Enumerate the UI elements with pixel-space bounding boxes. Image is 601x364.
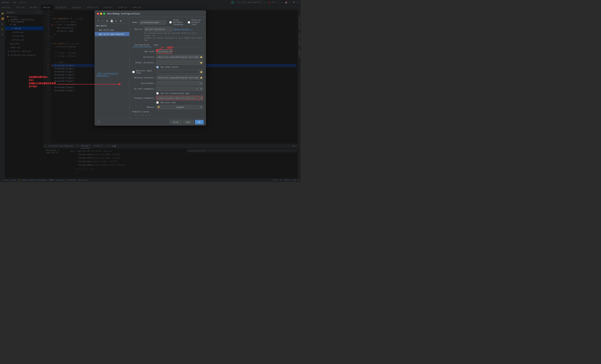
traffic-lights — [97, 13, 105, 15]
environment-expand-btn[interactable]: ⊞ — [200, 81, 203, 85]
program-args-add-btn[interactable]: + — [196, 96, 199, 100]
edit-templates-container: Edit configuration templates... — [95, 71, 129, 78]
sort-config-btn[interactable]: ⇅ — [114, 19, 118, 23]
dialog-body: + − ⧉ 💾 ⇅ ⊞ ▼ Go Build ◆ go build app ◆ — [95, 17, 206, 118]
go-build-label: Go Build — [97, 25, 107, 27]
program-args-expand-btn[interactable]: ⊞ — [200, 96, 203, 100]
use-custom-tags-row: Use all custom build tags — [156, 92, 203, 95]
directory-row: Directory: 📁 — [132, 55, 203, 59]
store-project-label: Store as project file — [191, 19, 203, 26]
go-file-icon: ◆ — [99, 33, 100, 35]
redirect-input-wrapper: 📁 — [158, 70, 203, 74]
go-tool-args-label: Go tool arguments: — [132, 88, 155, 90]
module-select[interactable]: 📦 appName ▼ — [156, 105, 203, 109]
before-launch-down-btn[interactable]: ↓ — [148, 114, 151, 116]
program-args-input-wrapper: + ⊞ — [156, 96, 203, 100]
run-on-value: Local machine — [148, 28, 163, 30]
program-args-label: Program arguments: — [132, 97, 155, 99]
remove-config-btn[interactable]: − — [101, 19, 104, 23]
output-dir-input[interactable] — [156, 60, 200, 65]
go-tool-add-btn[interactable]: + — [196, 87, 199, 91]
module-dropdown-icon: ▼ — [200, 106, 202, 108]
run-with-sudo-label: Run with sudo — [161, 101, 176, 104]
environment-input-wrapper: ⊞ — [156, 81, 203, 85]
manage-targets-link[interactable]: Manage targets... — [173, 28, 193, 30]
edit-templates-link[interactable]: Edit configuration templates... — [96, 72, 118, 77]
ok-btn[interactable]: OK — [195, 120, 204, 124]
working-dir-row: Working directory: 📁 — [132, 76, 203, 80]
close-window-btn[interactable] — [97, 13, 99, 15]
apply-btn[interactable]: Apply — [183, 120, 194, 124]
run-debug-dialog: Run/Debug Configurations + − ⧉ 💾 ⇅ ⊞ ▼ G… — [95, 10, 206, 125]
before-launch-edit-btn[interactable]: ✎ — [141, 114, 144, 116]
name-row: Name: Allow multiple instances Store as … — [132, 19, 203, 26]
run-kind-label: Run kind: — [132, 50, 155, 53]
cancel-btn[interactable]: Cancel — [170, 120, 181, 124]
store-project-container: Store as project file — [188, 19, 203, 26]
working-dir-input[interactable] — [156, 76, 200, 80]
output-dir-row: Output directory: 📁 — [132, 60, 203, 65]
go-tool-args-row: Go tool arguments: + ⊞ — [132, 87, 203, 91]
allow-multiple-container: Allow multiple instances — [169, 19, 186, 26]
run-on-select[interactable]: 🖥 Local machine ▼ — [144, 27, 172, 31]
logs-tab[interactable]: Logs — [151, 43, 160, 47]
save-config-btn[interactable]: 💾 — [110, 19, 114, 23]
go-build-group[interactable]: ▼ Go Build — [95, 24, 129, 28]
redirect-checkbox[interactable] — [132, 71, 135, 73]
dialog-footer: ? Cancel Apply OK — [95, 118, 206, 125]
name-input[interactable] — [140, 20, 166, 25]
go-build-arrow: ▼ — [96, 25, 97, 27]
before-launch-add-btn[interactable]: + — [134, 114, 137, 116]
before-launch-remove-btn[interactable]: − — [138, 114, 141, 116]
dialog-left-panel: + − ⧉ 💾 ⇅ ⊞ ▼ Go Build ◆ go build app ◆ — [95, 17, 130, 118]
expand-all-btn[interactable]: ⊞ — [119, 19, 123, 23]
program-args-input[interactable] — [156, 96, 195, 100]
annotation-program-args: 这里需要设置行指令 补充： 如果默认失败会重新拉取前置 的子指令 — [29, 76, 56, 88]
go-tool-args-input[interactable] — [156, 87, 195, 91]
go-file-icon: ◆ — [99, 29, 100, 31]
dialog-tree-toolbar: + − ⧉ 💾 ⇅ ⊞ — [95, 18, 129, 24]
directory-label: Directory: — [132, 56, 155, 58]
copy-config-btn[interactable]: ⧉ — [105, 19, 109, 23]
module-row: Module: 📦 appName ▼ — [132, 105, 203, 109]
environment-input[interactable] — [156, 81, 200, 85]
run-with-sudo-checkbox[interactable] — [156, 101, 159, 104]
working-dir-browse-btn[interactable]: 📁 — [200, 76, 203, 80]
directory-input-wrapper: 📁 — [156, 55, 203, 59]
use-custom-tags-checkbox[interactable] — [156, 92, 159, 95]
module-value: appName — [176, 106, 184, 108]
redirect-label: Redirect input from: — [136, 70, 156, 74]
redirect-browse-btn[interactable]: 📁 — [200, 70, 203, 74]
dialog-titlebar: Run/Debug Configurations — [95, 10, 206, 17]
working-dir-label: Working directory: — [132, 77, 155, 79]
output-dir-label: Output directory: — [132, 61, 155, 64]
before-launch-toolbar: + − ✎ ↑ ↓ — [134, 114, 203, 116]
help-btn[interactable]: ? — [97, 120, 100, 124]
store-project-checkbox[interactable] — [188, 21, 190, 23]
before-launch-up-btn[interactable]: ↑ — [145, 114, 148, 116]
go-build-app-template[interactable]: ◆ go build app/template — [95, 32, 129, 36]
allow-multiple-checkbox[interactable] — [169, 21, 172, 23]
directory-input[interactable] — [156, 55, 200, 59]
add-config-btn[interactable]: + — [96, 19, 100, 23]
directory-browse-btn[interactable]: 📁 — [200, 55, 203, 59]
program-args-row: Program arguments: + ⊞ — [132, 96, 203, 100]
output-dir-browse-btn[interactable]: 📁 — [200, 60, 203, 65]
go-build-app[interactable]: ◆ go build app — [95, 28, 129, 32]
run-after-build-row: Run after build — [156, 66, 203, 68]
run-after-build-checkbox[interactable] — [156, 66, 159, 68]
go-tool-args-input-wrapper: + ⊞ — [156, 87, 203, 91]
maximize-window-btn[interactable] — [103, 13, 105, 15]
before-launch-header[interactable]: ▼ Before launch — [132, 111, 203, 113]
computer-icon: 🖥 — [145, 28, 147, 30]
environment-row: Environment: ⊞ — [132, 81, 203, 85]
go-tool-expand-btn[interactable]: ⊞ — [200, 87, 203, 91]
before-launch-arrow: ▼ — [132, 111, 134, 113]
redirect-input[interactable] — [158, 70, 200, 74]
name-label: Name: — [132, 21, 138, 23]
environment-label: Environment: — [132, 82, 155, 84]
allow-multiple-label: Allow multiple instances — [173, 19, 186, 26]
minimize-window-btn[interactable] — [100, 13, 102, 15]
run-kind-select[interactable]: Directory File Package — [156, 49, 172, 54]
configuration-tab[interactable]: Configuration — [132, 43, 151, 47]
